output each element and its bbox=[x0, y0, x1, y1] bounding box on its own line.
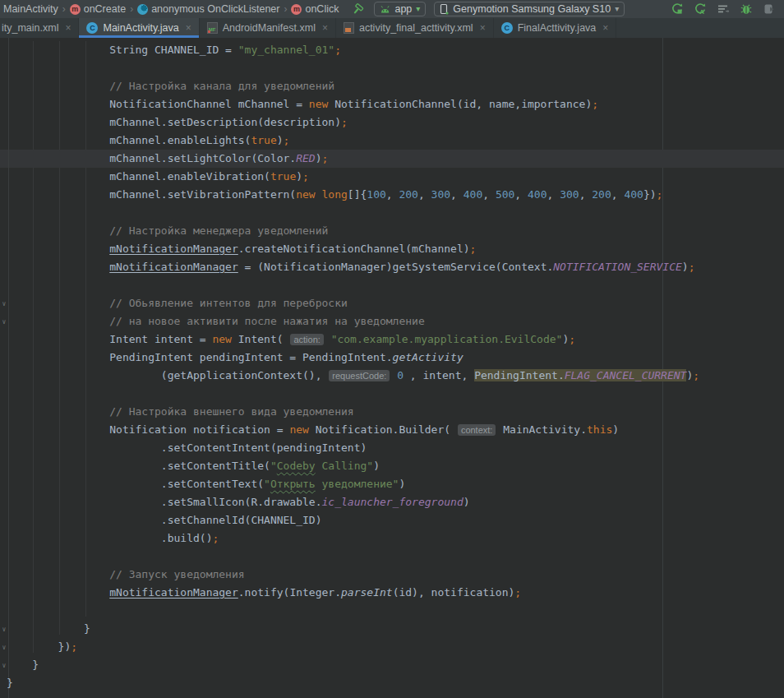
code-line[interactable]: // Запуск уведомления bbox=[0, 566, 784, 584]
toolbar-actions: A bbox=[670, 2, 784, 16]
code-line[interactable]: mChannel.enableLights(true); bbox=[0, 132, 784, 150]
tab-label: activity_final_acttivity.xml bbox=[359, 22, 473, 34]
apply-changes-restart-icon[interactable] bbox=[670, 2, 684, 16]
code-line[interactable]: .setContentIntent(pendingIntent) bbox=[0, 439, 784, 457]
breadcrumb-item-anonymous-listener[interactable]: anonymous OnClickListener bbox=[136, 3, 281, 15]
code-line[interactable]: .build(); bbox=[0, 529, 784, 548]
close-icon[interactable]: × bbox=[480, 22, 486, 34]
code-token: // на новое активити после нажатия на ув… bbox=[7, 315, 425, 327]
code-token: // Обьявление интентов для переброски bbox=[7, 297, 348, 309]
device-selector[interactable]: Genymotion Samsung Galaxy S10 ▾ bbox=[434, 2, 625, 16]
close-icon[interactable]: × bbox=[65, 22, 71, 34]
breadcrumb-item-class[interactable]: MainActivity bbox=[2, 3, 60, 15]
code-line[interactable] bbox=[0, 385, 784, 403]
tab-activity-final-acttivity-xml[interactable]: activity_final_acttivity.xml × bbox=[336, 18, 494, 38]
code-token: parseInt bbox=[341, 586, 393, 599]
code-token: } bbox=[7, 677, 13, 689]
code-token: } bbox=[7, 622, 90, 635]
code-line[interactable]: (getApplicationContext(), requestCode: 0… bbox=[0, 367, 784, 385]
close-icon[interactable]: × bbox=[186, 22, 191, 34]
code-token: // Настройка канала для уведомлений bbox=[7, 80, 334, 92]
code-line[interactable]: // Настройка канала для уведомлений bbox=[0, 77, 784, 95]
code-token: .setChannelId(CHANNEL_ID) bbox=[7, 514, 322, 526]
code-line[interactable]: mNotificationManager = (NotificationMana… bbox=[0, 258, 784, 276]
code-token bbox=[316, 188, 322, 201]
profile-icon[interactable] bbox=[762, 2, 776, 16]
code-token bbox=[325, 333, 331, 345]
close-icon[interactable]: × bbox=[602, 22, 608, 34]
code-token: Intent intent = bbox=[7, 333, 212, 345]
code-token: = (NotificationManager)getSystemService(… bbox=[238, 261, 554, 273]
code-line[interactable]: } bbox=[0, 620, 784, 638]
code-token: ; bbox=[284, 134, 290, 146]
code-line[interactable]: mChannel.setDescription(description); bbox=[0, 113, 784, 132]
code-line[interactable]: Intent intent = new Intent( action: "com… bbox=[0, 331, 784, 349]
code-line[interactable]: mNotificationManager.createNotificationC… bbox=[0, 240, 784, 258]
code-line[interactable]: // Настройка менеджера уведомлений bbox=[0, 222, 784, 240]
code-token: 200 bbox=[399, 188, 417, 201]
code-line[interactable] bbox=[0, 602, 784, 620]
breadcrumb-item-oncreate[interactable]: onCreate bbox=[68, 3, 127, 15]
code-token: 400 bbox=[624, 188, 643, 201]
code-line[interactable]: } bbox=[0, 656, 784, 674]
code-line[interactable]: NotificationChannel mChannel = new Notif… bbox=[0, 95, 784, 113]
code-line[interactable]: mChannel.setVibrationPattern(new long[]{… bbox=[0, 186, 784, 204]
code-line[interactable]: }); bbox=[0, 638, 784, 656]
apply-code-changes-icon[interactable]: A bbox=[693, 2, 707, 16]
tab-label: ity_main.xml bbox=[2, 22, 58, 34]
code-line[interactable]: .setChannelId(CHANNEL_ID) bbox=[0, 511, 784, 529]
code-token: 300 bbox=[560, 188, 579, 201]
code-token: mChannel.setLightColor(Color. bbox=[7, 152, 296, 164]
code-token: ) bbox=[277, 134, 284, 146]
code-line[interactable]: mChannel.setLightColor(Color.RED); bbox=[0, 150, 784, 168]
code-token: ; bbox=[657, 188, 663, 201]
code-line[interactable]: // на новое активити после нажатия на ув… bbox=[0, 312, 784, 331]
code-token: new bbox=[289, 423, 308, 436]
code-line[interactable]: PendingIntent pendingIntent = PendingInt… bbox=[0, 349, 784, 367]
code-token: Calling" bbox=[316, 460, 373, 472]
debug-icon[interactable] bbox=[739, 2, 753, 16]
breadcrumb-item-onclick[interactable]: onClick bbox=[289, 3, 340, 15]
code-line[interactable]: Notification notification = new Notifica… bbox=[0, 421, 784, 439]
code-line[interactable] bbox=[0, 204, 784, 222]
code-token: ) bbox=[463, 496, 470, 508]
code-token: new bbox=[296, 188, 315, 201]
code-line[interactable]: mNotificationManager.notify(Integer.pars… bbox=[0, 584, 784, 602]
code-token: 500 bbox=[496, 188, 514, 201]
code-token: mChannel.setVibrationPattern( bbox=[7, 188, 296, 201]
code-line[interactable] bbox=[0, 548, 784, 566]
param-hint: action: bbox=[290, 334, 323, 345]
code-line[interactable]: .setContentText("Открыть уведомление") bbox=[0, 475, 784, 493]
run-tasks-icon[interactable] bbox=[716, 2, 730, 16]
code-editor[interactable]: ∨∨∨∨∨ String CHANNEL_ID = "my_channel_01… bbox=[0, 38, 784, 698]
tab-finalacttivity-java[interactable]: FinalActtivity.java × bbox=[494, 18, 617, 38]
code-line[interactable]: // Обьявление интентов для переброски bbox=[0, 294, 784, 312]
code-token: ic_launcher_foreground bbox=[322, 496, 463, 508]
code-token: 400 bbox=[528, 188, 546, 201]
code-line[interactable]: .setContentTitle("Codeby Calling") bbox=[0, 457, 784, 475]
code-token: // Настройка внешнего вида уведомления bbox=[7, 405, 354, 418]
code-line[interactable]: } bbox=[0, 674, 784, 692]
code-token: , intent, bbox=[404, 369, 474, 381]
code-line[interactable]: mChannel.enableVibration(true); bbox=[0, 168, 784, 186]
code-line[interactable]: // Настройка внешнего вида уведомления bbox=[0, 403, 784, 421]
code-token: NOTIFICATION_SERVICE bbox=[553, 261, 682, 273]
code-token: String CHANNEL_ID = bbox=[7, 44, 238, 56]
code-line[interactable]: String CHANNEL_ID = "my_channel_01"; bbox=[0, 41, 784, 59]
run-configuration-selector[interactable]: app ▾ bbox=[374, 2, 426, 16]
tab-androidmanifest-xml[interactable]: MF AndroidManifest.xml × bbox=[200, 18, 336, 38]
tab-activity-main-xml[interactable]: ity_main.xml × bbox=[0, 18, 79, 38]
code-line[interactable] bbox=[0, 59, 784, 77]
code-token: (id), notification) bbox=[393, 586, 515, 599]
dropdown-caret-icon: ▾ bbox=[416, 5, 420, 13]
close-icon[interactable]: × bbox=[322, 22, 328, 34]
code-token: ; bbox=[693, 369, 699, 381]
code-line[interactable] bbox=[0, 276, 784, 294]
code-token: getActivity bbox=[393, 351, 463, 363]
build-hammer-icon[interactable] bbox=[352, 2, 366, 16]
code-token: , bbox=[386, 188, 399, 201]
method-icon bbox=[291, 4, 302, 15]
code-token: ) bbox=[373, 460, 380, 472]
tab-mainactivity-java[interactable]: MainActivity.java × bbox=[79, 18, 199, 38]
code-line[interactable]: .setSmallIcon(R.drawable.ic_launcher_for… bbox=[0, 493, 784, 511]
